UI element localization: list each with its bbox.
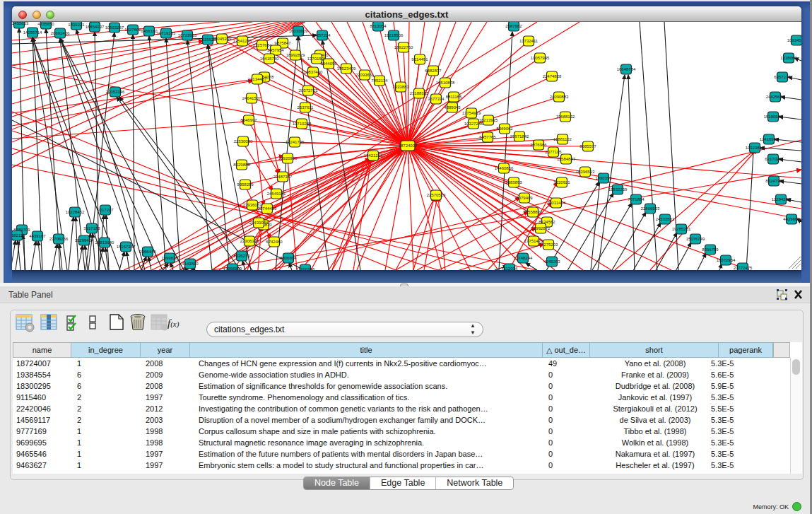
svg-text:9217207: 9217207 bbox=[97, 208, 114, 212]
svg-text:1527602: 1527602 bbox=[124, 28, 141, 32]
svg-text:22093651: 22093651 bbox=[355, 73, 375, 77]
svg-text:12920906: 12920906 bbox=[278, 156, 298, 160]
svg-text:14275203: 14275203 bbox=[539, 243, 558, 247]
svg-text:15180586: 15180586 bbox=[764, 115, 783, 119]
svg-text:19523409: 19523409 bbox=[337, 66, 356, 71]
svg-text:22806503: 22806503 bbox=[641, 206, 660, 211]
svg-text:24090883: 24090883 bbox=[550, 95, 569, 99]
svg-text:8806804: 8806804 bbox=[280, 256, 297, 260]
svg-text:11558837: 11558837 bbox=[524, 210, 543, 214]
svg-text:22570529: 22570529 bbox=[427, 193, 446, 197]
svg-text:21200396: 21200396 bbox=[296, 267, 315, 270]
svg-text:6742460: 6742460 bbox=[266, 240, 283, 244]
svg-text:3917183: 3917183 bbox=[83, 226, 100, 230]
svg-text:13732411: 13732411 bbox=[519, 39, 539, 43]
svg-text:10334531: 10334531 bbox=[787, 38, 801, 42]
svg-text:2077105: 2077105 bbox=[545, 150, 562, 154]
svg-text:14460856: 14460856 bbox=[495, 166, 514, 170]
svg-text:16510878: 16510878 bbox=[436, 81, 455, 85]
svg-text:3644095: 3644095 bbox=[320, 62, 337, 66]
svg-text:2537611: 2537611 bbox=[298, 105, 314, 110]
svg-text:13241736: 13241736 bbox=[286, 140, 305, 144]
svg-text:13748244: 13748244 bbox=[514, 256, 533, 260]
svg-text:7357224: 7357224 bbox=[314, 33, 331, 37]
svg-text:13134457: 13134457 bbox=[248, 77, 267, 81]
svg-text:2876966: 2876966 bbox=[530, 143, 547, 147]
svg-text:3677374: 3677374 bbox=[428, 97, 445, 101]
svg-text:14055714: 14055714 bbox=[23, 30, 42, 35]
svg-text:20813640: 20813640 bbox=[95, 240, 114, 245]
svg-text:13754919: 13754919 bbox=[462, 111, 481, 115]
svg-text:1890399: 1890399 bbox=[595, 176, 612, 180]
svg-text:3333883: 3333883 bbox=[392, 85, 409, 89]
svg-text:f(x): f(x) bbox=[167, 317, 180, 329]
svg-text:4143890: 4143890 bbox=[182, 262, 199, 266]
svg-text:19299464: 19299464 bbox=[75, 238, 94, 243]
svg-text:22455603: 22455603 bbox=[12, 22, 29, 25]
svg-text:6217026: 6217026 bbox=[765, 157, 782, 161]
svg-text:8336273: 8336273 bbox=[233, 254, 250, 258]
svg-text:19832259: 19832259 bbox=[608, 187, 628, 192]
svg-text:4245263: 4245263 bbox=[543, 259, 560, 264]
svg-text:20691406: 20691406 bbox=[51, 31, 70, 35]
svg-text:12416912: 12416912 bbox=[760, 137, 779, 141]
svg-text:10323815: 10323815 bbox=[746, 146, 765, 150]
svg-text:9214491: 9214491 bbox=[411, 57, 428, 62]
svg-text:18854037: 18854037 bbox=[86, 25, 105, 29]
svg-text:11584847: 11584847 bbox=[557, 157, 576, 161]
svg-text:19688132: 19688132 bbox=[556, 115, 575, 119]
svg-text:4735650: 4735650 bbox=[37, 22, 54, 26]
svg-text:22992872: 22992872 bbox=[531, 226, 551, 230]
svg-text:1218062: 1218062 bbox=[780, 56, 797, 60]
svg-text:4112034: 4112034 bbox=[502, 267, 519, 270]
svg-text:9983893: 9983893 bbox=[505, 180, 522, 185]
svg-text:16033809: 16033809 bbox=[289, 29, 308, 33]
svg-text:24549181: 24549181 bbox=[267, 192, 286, 196]
svg-text:17956909: 17956909 bbox=[223, 267, 242, 270]
svg-text:24641507: 24641507 bbox=[242, 96, 261, 100]
svg-text:6457765: 6457765 bbox=[479, 135, 496, 139]
svg-text:1999828: 1999828 bbox=[161, 256, 178, 260]
svg-text:10837430: 10837430 bbox=[304, 70, 323, 74]
svg-text:22474828: 22474828 bbox=[543, 74, 562, 78]
svg-text:23706266: 23706266 bbox=[49, 237, 69, 241]
svg-text:16648784: 16648784 bbox=[617, 67, 636, 71]
svg-text:22306335: 22306335 bbox=[240, 239, 259, 243]
svg-text:20031404: 20031404 bbox=[547, 201, 566, 205]
svg-text:24425670: 24425670 bbox=[766, 95, 785, 99]
svg-text:1839221: 1839221 bbox=[68, 23, 85, 27]
svg-text:10710248: 10710248 bbox=[293, 122, 312, 126]
svg-text:5682115: 5682115 bbox=[12, 233, 25, 238]
svg-text:15076749: 15076749 bbox=[686, 237, 705, 241]
svg-text:8079409: 8079409 bbox=[516, 196, 533, 200]
svg-text:19218506: 19218506 bbox=[384, 33, 404, 37]
svg-text:12294238: 12294238 bbox=[772, 197, 791, 201]
svg-text:10228452: 10228452 bbox=[66, 210, 85, 214]
svg-text:16072954: 16072954 bbox=[717, 258, 736, 262]
svg-text:7671884: 7671884 bbox=[628, 197, 645, 201]
svg-text:23487347: 23487347 bbox=[273, 175, 293, 179]
svg-text:16713955: 16713955 bbox=[178, 33, 197, 37]
svg-text:7452134: 7452134 bbox=[371, 78, 388, 83]
svg-text:15157347: 15157347 bbox=[117, 245, 136, 249]
svg-text:4439167: 4439167 bbox=[29, 234, 46, 238]
svg-text:9875847: 9875847 bbox=[274, 41, 291, 45]
svg-text:20772475: 20772475 bbox=[734, 266, 753, 270]
svg-text:8811165: 8811165 bbox=[446, 95, 462, 99]
svg-text:8646997: 8646997 bbox=[240, 118, 257, 122]
svg-text:8685577: 8685577 bbox=[579, 144, 596, 148]
svg-text:10719185: 10719185 bbox=[157, 31, 176, 35]
svg-text:8029889: 8029889 bbox=[233, 163, 250, 167]
svg-text:8369062: 8369062 bbox=[496, 127, 513, 131]
svg-text:20372723: 20372723 bbox=[299, 88, 318, 93]
svg-text:13045349: 13045349 bbox=[213, 37, 232, 41]
svg-text:3220921: 3220921 bbox=[553, 180, 570, 185]
svg-text:12541238: 12541238 bbox=[233, 39, 252, 43]
svg-text:2087682: 2087682 bbox=[505, 24, 522, 28]
svg-text:18992829: 18992829 bbox=[286, 53, 305, 57]
svg-text:21439044: 21439044 bbox=[249, 221, 269, 225]
svg-text:18724007: 18724007 bbox=[399, 144, 418, 148]
svg-text:9958289: 9958289 bbox=[237, 182, 254, 187]
svg-text:8813054: 8813054 bbox=[370, 24, 387, 28]
svg-text:6466160: 6466160 bbox=[141, 29, 158, 33]
